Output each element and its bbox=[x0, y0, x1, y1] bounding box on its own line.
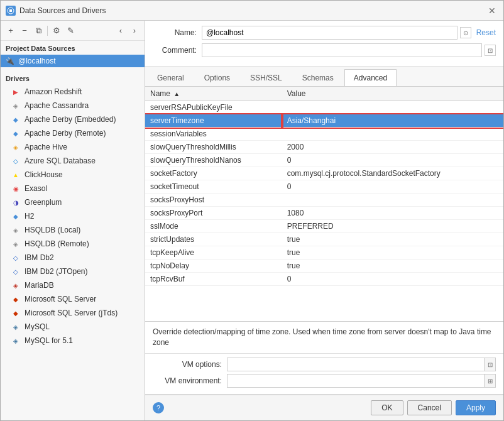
vm-options-row: VM options: ⊡ bbox=[153, 358, 496, 371]
table-row[interactable]: socketFactory com.mysql.cj.protocol.Stan… bbox=[145, 167, 503, 180]
driver-item-mysql-for-5.1[interactable]: ◈ MySQL for 5.1 bbox=[1, 334, 145, 347]
remove-button[interactable]: − bbox=[18, 25, 31, 37]
vm-environment-expand-button[interactable]: ⊞ bbox=[485, 374, 496, 388]
comment-expand-button[interactable]: ⊡ bbox=[485, 45, 496, 56]
sort-arrow-icon: ▲ bbox=[173, 90, 180, 97]
property-value bbox=[282, 128, 503, 141]
driver-item-hsqldb-(local)[interactable]: ◈ HSQLDB (Local) bbox=[1, 223, 145, 237]
driver-icon: ◆ bbox=[11, 211, 21, 221]
table-row[interactable]: slowQueryThresholdNanos 0 bbox=[145, 154, 503, 167]
driver-item-apache-hive[interactable]: ◈ Apache Hive bbox=[1, 140, 145, 154]
driver-item-hsqldb-(remote)[interactable]: ◈ HSQLDB (Remote) bbox=[1, 237, 145, 251]
driver-icon: ◈ bbox=[11, 239, 21, 249]
forward-button[interactable]: › bbox=[128, 25, 141, 37]
vm-environment-input[interactable] bbox=[227, 374, 485, 388]
driver-label: Microsoft SQL Server bbox=[25, 295, 96, 303]
table-row[interactable]: sslMode PREFERRED bbox=[145, 220, 503, 233]
driver-label: Greenplum bbox=[25, 198, 62, 207]
project-item-icon: 🔌 bbox=[6, 57, 14, 65]
nav-arrows: ‹ › bbox=[114, 25, 141, 37]
tab-general[interactable]: General bbox=[148, 69, 194, 86]
property-name: sessionVariables bbox=[145, 128, 282, 141]
project-section-header: Project Data Sources bbox=[1, 41, 145, 55]
driver-item-azure-sql-database[interactable]: ◇ Azure SQL Database bbox=[1, 154, 145, 168]
driver-icon: ◆ bbox=[11, 114, 21, 124]
comment-label: Comment: bbox=[153, 46, 197, 55]
ok-button[interactable]: OK bbox=[371, 400, 403, 415]
driver-item-ibm-db2-(jtopen)[interactable]: ◇ IBM Db2 (JTOpen) bbox=[1, 265, 145, 278]
table-row[interactable]: serverTimezone Asia/Shanghai bbox=[145, 114, 503, 128]
tab-advanced[interactable]: Advanced bbox=[344, 69, 397, 86]
driver-item-microsoft-sql-server-(jtds)[interactable]: ◆ Microsoft SQL Server (jTds) bbox=[1, 306, 145, 320]
reset-link[interactable]: Reset bbox=[476, 28, 496, 37]
driver-item-apache-derby-(remote)[interactable]: ◆ Apache Derby (Remote) bbox=[1, 126, 145, 140]
table-row[interactable]: tcpRcvBuf 0 bbox=[145, 273, 503, 286]
table-row[interactable]: socksProxyPort 1080 bbox=[145, 207, 503, 220]
comment-input[interactable] bbox=[202, 43, 482, 57]
name-input[interactable] bbox=[202, 26, 457, 40]
vm-environment-row: VM environment: ⊞ bbox=[153, 374, 496, 388]
driver-label: H2 bbox=[25, 212, 34, 221]
project-item-localhost[interactable]: 🔌 @localhost bbox=[1, 55, 145, 67]
property-name: tcpRcvBuf bbox=[145, 273, 282, 286]
close-icon[interactable]: ✕ bbox=[486, 6, 498, 16]
property-value: com.mysql.cj.protocol.StandardSocketFact… bbox=[282, 167, 503, 180]
property-name: socketFactory bbox=[145, 167, 282, 180]
property-value: true bbox=[282, 246, 503, 260]
property-name: socksProxyHost bbox=[145, 194, 282, 207]
driver-item-exasol[interactable]: ◉ Exasol bbox=[1, 182, 145, 195]
vm-options-expand-button[interactable]: ⊡ bbox=[485, 358, 496, 371]
driver-label: IBM Db2 (JTOpen) bbox=[25, 267, 87, 276]
property-value bbox=[282, 194, 503, 207]
back-button[interactable]: ‹ bbox=[114, 25, 127, 37]
driver-item-microsoft-sql-server[interactable]: ◆ Microsoft SQL Server bbox=[1, 292, 145, 306]
property-value: 0 bbox=[282, 154, 503, 167]
table-row[interactable]: tcpNoDelay true bbox=[145, 260, 503, 273]
driver-item-apache-cassandra[interactable]: ◈ Apache Cassandra bbox=[1, 99, 145, 112]
property-name: slowQueryThresholdNanos bbox=[145, 154, 282, 167]
add-button[interactable]: + bbox=[4, 25, 17, 37]
main-content: + − ⧉ ⚙ ✎ ‹ › Project Data Sources 🔌 @lo… bbox=[1, 21, 503, 420]
driver-label: ClickHouse bbox=[25, 170, 63, 179]
duplicate-button[interactable]: ⧉ bbox=[32, 25, 45, 37]
driver-label: MySQL bbox=[25, 322, 50, 331]
settings-button[interactable]: ⚙ bbox=[50, 25, 63, 37]
edit-button[interactable]: ✎ bbox=[64, 25, 77, 37]
table-row[interactable]: serverRSAPublicKeyFile bbox=[145, 101, 503, 114]
driver-label: Apache Derby (Remote) bbox=[25, 129, 106, 138]
driver-item-apache-derby-(embedded)[interactable]: ◆ Apache Derby (Embedded) bbox=[1, 112, 145, 126]
driver-item-clickhouse[interactable]: ▲ ClickHouse bbox=[1, 168, 145, 182]
vm-options-input[interactable] bbox=[227, 358, 485, 371]
driver-icon: ◑ bbox=[11, 197, 21, 207]
title-bar: Data Sources and Drivers ✕ bbox=[1, 1, 503, 21]
driver-label: IBM Db2 bbox=[25, 253, 54, 262]
table-row[interactable]: strictUpdates true bbox=[145, 233, 503, 246]
driver-item-mariadb[interactable]: ◈ MariaDB bbox=[1, 278, 145, 292]
name-label: Name: bbox=[153, 28, 197, 37]
driver-item-h2[interactable]: ◆ H2 bbox=[1, 209, 145, 223]
property-value: 1080 bbox=[282, 207, 503, 220]
driver-item-mysql[interactable]: ◈ MySQL bbox=[1, 320, 145, 334]
driver-list: ▶ Amazon Redshift ◈ Apache Cassandra ◆ A… bbox=[1, 85, 145, 347]
table-row[interactable]: sessionVariables bbox=[145, 128, 503, 141]
driver-item-ibm-db2[interactable]: ◇ IBM Db2 bbox=[1, 251, 145, 265]
table-row[interactable]: tcpKeepAlive true bbox=[145, 246, 503, 260]
tab-schemas[interactable]: Schemas bbox=[293, 69, 343, 86]
tab-options[interactable]: Options bbox=[195, 69, 239, 86]
table-row[interactable]: socketTimeout 0 bbox=[145, 180, 503, 194]
driver-item-greenplum[interactable]: ◑ Greenplum bbox=[1, 195, 145, 209]
col-value-header: Value bbox=[282, 87, 503, 101]
expand-button[interactable]: ⊙ bbox=[460, 27, 471, 38]
driver-item-amazon-redshift[interactable]: ▶ Amazon Redshift bbox=[1, 85, 145, 99]
table-row[interactable]: socksProxyHost bbox=[145, 194, 503, 207]
driver-label: MariaDB bbox=[25, 281, 54, 290]
table-row[interactable]: slowQueryThresholdMillis 2000 bbox=[145, 141, 503, 154]
driver-icon: ◇ bbox=[11, 156, 21, 166]
help-button[interactable]: ? bbox=[153, 402, 164, 413]
properties-table-container[interactable]: Name ▲ Value serverRSAPublicKeyFile serv… bbox=[145, 87, 503, 322]
name-field-row: Name: ⊙ Reset bbox=[153, 26, 496, 40]
tab-sshssl[interactable]: SSH/SSL bbox=[241, 69, 292, 86]
apply-button[interactable]: Apply bbox=[456, 400, 496, 415]
cancel-button[interactable]: Cancel bbox=[407, 400, 452, 415]
driver-icon: ▲ bbox=[11, 170, 21, 180]
